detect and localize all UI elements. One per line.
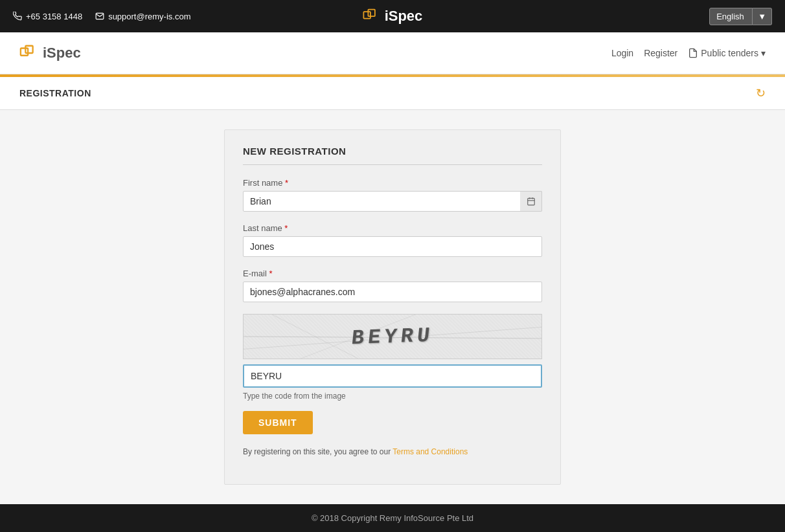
top-bar: +65 3158 1448 support@remy-is.com iSpec … [0, 0, 785, 32]
site-header: iSpec Login Register Public tenders ▾ [0, 32, 785, 74]
logo-text: iSpec [43, 45, 81, 61]
brand-logo-icon-top [363, 7, 381, 25]
email-icon [95, 12, 104, 21]
page-section-bar: REGISTRATION ↻ [0, 77, 785, 110]
site-logo[interactable]: iSpec [19, 43, 81, 63]
top-bar-brand: iSpec [363, 7, 423, 25]
last-name-required: * [284, 223, 288, 233]
calendar-icon[interactable] [520, 191, 542, 212]
first-name-label: First name * [243, 178, 542, 188]
main-nav: Login Register Public tenders ▾ [611, 48, 766, 58]
register-link[interactable]: Register [644, 48, 677, 58]
login-link[interactable]: Login [611, 48, 633, 58]
email-required: * [269, 269, 272, 278]
email-info: support@remy-is.com [95, 12, 190, 21]
svg-rect-2 [21, 49, 28, 56]
public-tenders-label: Public tenders [701, 48, 758, 58]
captcha-input[interactable] [243, 364, 542, 388]
svg-rect-4 [527, 198, 534, 205]
phone-info: +65 3158 1448 [13, 12, 82, 21]
site-footer: © 2018 Copyright Remy InfoSource Pte Ltd [0, 504, 785, 532]
logo-icon [19, 43, 39, 63]
terms-link[interactable]: Terms and Conditions [392, 447, 468, 456]
email-input[interactable] [243, 282, 542, 302]
first-name-required: * [285, 178, 288, 188]
last-name-input[interactable] [243, 236, 542, 257]
document-icon [688, 48, 698, 58]
form-card-title: NEW REGISTRATION [243, 146, 542, 165]
first-name-input-wrap [243, 191, 542, 212]
language-selector[interactable]: English 中文 Bahasa ▼ [709, 8, 772, 25]
last-name-group: Last name * [243, 223, 542, 257]
submit-button[interactable]: SUBMIT [243, 411, 313, 434]
first-name-group: First name * [243, 178, 542, 212]
language-dropdown[interactable]: English 中文 Bahasa [709, 8, 753, 25]
chevron-down-icon: ▾ [761, 48, 766, 58]
refresh-icon[interactable]: ↻ [756, 86, 766, 100]
svg-rect-0 [363, 12, 370, 19]
last-name-label: Last name * [243, 223, 542, 233]
top-bar-contact: +65 3158 1448 support@remy-is.com [13, 12, 190, 21]
first-name-input[interactable] [243, 191, 542, 212]
captcha-display-text: BEYRU [350, 323, 435, 349]
svg-rect-1 [368, 10, 375, 17]
email-group: E-mail * [243, 269, 542, 302]
language-dropdown-arrow: ▼ [753, 8, 772, 25]
phone-icon [13, 12, 22, 21]
main-content: NEW REGISTRATION First name * [0, 110, 785, 504]
captcha-image: BEYRU [243, 314, 542, 359]
svg-rect-3 [25, 46, 32, 53]
terms-text: By registering on this site, you agree t… [243, 447, 542, 456]
page-title: REGISTRATION [19, 88, 91, 98]
public-tenders-menu[interactable]: Public tenders ▾ [688, 48, 766, 58]
copyright-text: © 2018 Copyright Remy InfoSource Pte Ltd [312, 513, 473, 523]
captcha-help-text: Type the code from the image [243, 392, 542, 401]
email-label: E-mail * [243, 269, 542, 278]
brand-name-top: iSpec [385, 8, 423, 25]
registration-form-card: NEW REGISTRATION First name * [224, 129, 561, 485]
